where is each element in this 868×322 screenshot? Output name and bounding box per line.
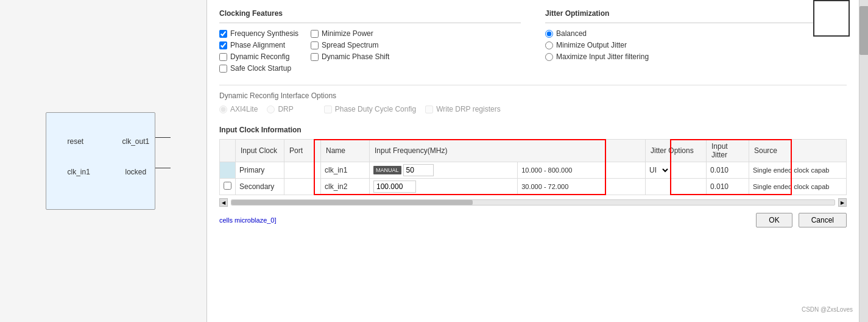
wire-clkout1: [155, 137, 171, 138]
axi4lite-row: AXI4Lite: [219, 105, 258, 113]
scroll-thumb[interactable]: [231, 200, 473, 205]
write-drp-checkbox[interactable]: [425, 106, 433, 113]
dynamic-reconfig-label: Dynamic Reconfig: [230, 52, 289, 61]
minimize-output-radio[interactable]: [545, 41, 553, 49]
block-box: reset clk_in1 clk_out1 locked: [46, 112, 155, 210]
th-jitter-opts: Jitter Options: [646, 140, 707, 162]
drp-interface-options: AXI4Lite DRP: [219, 105, 294, 116]
corner-decoration: [813, 0, 850, 37]
features-row: Clocking Features Frequency Synthesis Ph…: [219, 9, 847, 76]
dynamic-reconfig-checkbox[interactable]: [219, 53, 227, 61]
phase-alignment-row: Phase Alignment: [219, 41, 298, 49]
primary-freq-input[interactable]: [403, 164, 434, 176]
clocking-features-title: Clocking Features: [219, 9, 521, 18]
dynamic-phase-shift-label: Dynamic Phase Shift: [322, 52, 389, 61]
freq-synthesis-row: Frequency Synthesis: [219, 29, 298, 38]
link-text[interactable]: cells microblaze_0]: [219, 216, 277, 224]
spread-spectrum-label: Spread Spectrum: [322, 41, 378, 49]
safe-clock-label: Safe Clock Startup: [230, 64, 291, 73]
secondary-input-clock-cell: Secondary: [236, 179, 284, 195]
primary-jitter-value: UI: [649, 166, 657, 174]
clocking-col1: Frequency Synthesis Phase Alignment Dyna…: [219, 29, 298, 76]
primary-source-text: Single ended clock capab: [753, 166, 829, 174]
maximize-input-row: Maximize Input Jitter filtering: [545, 52, 847, 61]
scroll-track[interactable]: [231, 199, 835, 206]
write-drp-label: Write DRP registers: [436, 105, 501, 113]
th-source: Source: [749, 140, 847, 162]
phase-duty-checkbox[interactable]: [324, 106, 332, 113]
primary-input-jitter-cell: 0.010: [707, 162, 749, 179]
th-name: Name: [321, 140, 370, 162]
table-row-primary: Primary clk_in1 MANUAL 10.000 - 800.000: [220, 162, 847, 179]
primary-freq-cell: MANUAL: [370, 162, 518, 179]
jitter-divider: [545, 23, 847, 23]
th-checkbox: [220, 140, 236, 162]
scroll-left-arrow[interactable]: ◀: [219, 198, 228, 207]
port-locked-label: locked: [125, 168, 147, 176]
primary-jitter-opts-cell: UI UI: [646, 162, 707, 179]
clocking-features-col: Clocking Features Frequency Synthesis Ph…: [219, 9, 521, 76]
drp-label: DRP: [278, 105, 293, 113]
primary-freq-group: MANUAL: [373, 164, 513, 176]
th-input-clock: Input Clock: [236, 140, 284, 162]
drp-row-opt: DRP: [267, 105, 293, 113]
right-sidebar: [859, 0, 868, 322]
secondary-checkbox[interactable]: [224, 182, 231, 190]
primary-jitter-dropdown: UI UI: [649, 166, 702, 174]
phase-alignment-checkbox[interactable]: [219, 41, 227, 49]
drp-checkboxes: Phase Duty Cycle Config Write DRP regist…: [324, 105, 501, 116]
left-panel: reset clk_in1 clk_out1 locked: [0, 0, 207, 322]
balanced-radio[interactable]: [545, 30, 553, 38]
th-freq: Input Frequency(MHz): [370, 140, 646, 162]
main-content: Clocking Features Frequency Synthesis Ph…: [207, 0, 859, 322]
clocking-col2: Minimize Power Spread Spectrum Dynamic P…: [311, 29, 389, 76]
th-port: Port: [284, 140, 321, 162]
dynamic-phase-shift-checkbox[interactable]: [311, 53, 319, 61]
minimize-power-checkbox[interactable]: [311, 30, 319, 38]
clock-table: Input Clock Port Name Input Frequency(MH…: [219, 139, 847, 195]
freq-synthesis-checkbox[interactable]: [219, 30, 227, 38]
input-clock-title: Input Clock Information: [219, 126, 847, 134]
watermark: CSDN @ZxsLoves: [802, 306, 853, 313]
table-wrapper: Input Clock Port Name Input Frequency(MH…: [219, 139, 847, 195]
jitter-optimization-title: Jitter Optimization: [545, 9, 847, 18]
manual-button[interactable]: MANUAL: [373, 166, 401, 174]
secondary-source-cell: Single ended clock capab: [749, 179, 847, 195]
dynamic-reconfig-row: Dynamic Reconfig: [219, 52, 298, 61]
input-clock-section: Input Clock Information Input Clock Port…: [219, 126, 847, 207]
minimize-power-label: Minimize Power: [322, 29, 373, 38]
balanced-label: Balanced: [556, 29, 587, 38]
drp-title: Dynamic Reconfig Interface Options: [219, 91, 847, 100]
write-drp-row: Write DRP registers: [425, 105, 501, 113]
bottom-bar: cells microblaze_0] OK Cancel: [219, 213, 847, 227]
balanced-row: Balanced: [545, 29, 847, 38]
drp-row: AXI4Lite DRP Phase Duty Cycle Config Wri…: [219, 105, 847, 116]
maximize-input-radio[interactable]: [545, 53, 553, 61]
secondary-jitter-opts-cell: [646, 179, 707, 195]
jitter-optimization-col: Jitter Optimization Balanced Minimize Ou…: [545, 9, 847, 76]
safe-clock-row: Safe Clock Startup: [219, 64, 298, 73]
port-clkout1-label: clk_out1: [122, 137, 150, 146]
secondary-freq-cell: [370, 179, 518, 195]
scroll-right-arrow[interactable]: ▶: [838, 198, 847, 207]
wire-locked: [155, 168, 171, 168]
dynamic-phase-shift-row: Dynamic Phase Shift: [311, 52, 389, 61]
spread-spectrum-row: Spread Spectrum: [311, 41, 389, 49]
secondary-port-cell: [284, 179, 321, 195]
features-divider: [219, 23, 521, 23]
ok-button[interactable]: OK: [756, 213, 792, 227]
cancel-button[interactable]: Cancel: [799, 213, 847, 227]
primary-input-clock-cell: Primary: [236, 162, 284, 179]
primary-jitter-select[interactable]: UI: [658, 166, 670, 174]
drp-radio[interactable]: [267, 106, 275, 113]
phase-duty-label: Phase Duty Cycle Config: [335, 105, 416, 113]
minimize-power-row: Minimize Power: [311, 29, 389, 38]
safe-clock-checkbox[interactable]: [219, 65, 227, 73]
vertical-scroll-thumb[interactable]: [859, 6, 868, 55]
port-reset-label: reset: [68, 137, 84, 146]
axi4lite-radio[interactable]: [219, 106, 227, 113]
primary-port-cell: [284, 162, 321, 179]
spread-spectrum-checkbox[interactable]: [311, 41, 319, 49]
primary-name-cell: clk_in1: [321, 162, 370, 179]
secondary-freq-input[interactable]: [373, 181, 416, 193]
